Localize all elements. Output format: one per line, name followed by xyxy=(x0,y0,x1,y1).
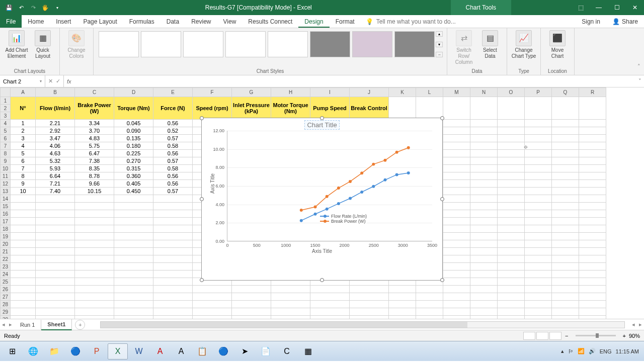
cell[interactable]: 5 xyxy=(11,150,36,157)
cell[interactable] xyxy=(579,157,606,165)
cell[interactable] xyxy=(525,195,552,203)
cell[interactable] xyxy=(470,270,498,278)
cell[interactable] xyxy=(579,188,606,195)
cell[interactable]: 0.56 xyxy=(153,172,193,180)
sheet-nav-prev-icon[interactable]: ◂ xyxy=(0,321,7,328)
undo-icon[interactable]: ↶ xyxy=(17,4,25,12)
cell[interactable] xyxy=(75,308,114,316)
row-header[interactable]: 20 xyxy=(1,240,11,248)
x-axis-title[interactable]: Axis Title xyxy=(202,248,442,254)
cell[interactable] xyxy=(11,270,36,278)
cell[interactable] xyxy=(232,286,271,293)
cell[interactable] xyxy=(498,150,525,157)
excel-icon[interactable]: X xyxy=(108,343,128,359)
fx-icon[interactable]: fx xyxy=(64,78,74,84)
cell[interactable] xyxy=(153,293,193,301)
cell[interactable] xyxy=(271,286,310,293)
cell[interactable] xyxy=(579,172,606,180)
move-chart-button[interactable]: ⬛Move Chart xyxy=(545,30,570,59)
cell[interactable]: 0.58 xyxy=(153,165,193,172)
table-header-cell[interactable]: Break Control xyxy=(350,97,389,120)
cell[interactable] xyxy=(443,210,470,218)
cell[interactable] xyxy=(498,180,525,188)
cell[interactable] xyxy=(443,135,470,142)
cell[interactable]: 0.045 xyxy=(114,120,153,127)
cell[interactable] xyxy=(11,316,36,319)
cell[interactable] xyxy=(271,308,310,316)
cell[interactable] xyxy=(11,263,36,270)
cell[interactable] xyxy=(75,195,114,203)
chart-style-7[interactable] xyxy=(352,31,392,57)
chart-handle[interactable] xyxy=(200,116,204,120)
horizontal-scrollbar[interactable] xyxy=(100,321,625,328)
cell[interactable] xyxy=(470,233,498,240)
cell[interactable] xyxy=(310,301,350,308)
row-header[interactable]: 3 xyxy=(1,112,11,120)
cell[interactable] xyxy=(498,270,525,278)
cell[interactable] xyxy=(525,188,552,195)
cell[interactable] xyxy=(525,218,552,225)
row-header[interactable]: 1 xyxy=(1,97,11,105)
cell[interactable] xyxy=(552,203,579,210)
cell[interactable]: 0.58 xyxy=(153,142,193,150)
column-header[interactable]: P xyxy=(525,88,552,97)
styles-more-icon[interactable]: ⎓ xyxy=(436,52,443,57)
cell[interactable] xyxy=(579,255,606,263)
cell[interactable] xyxy=(443,142,470,150)
cell[interactable] xyxy=(11,240,36,248)
cell[interactable] xyxy=(470,240,498,248)
cell[interactable]: 7 xyxy=(11,165,36,172)
cell[interactable]: 4 xyxy=(11,142,36,150)
chart-handle[interactable] xyxy=(440,278,444,282)
column-header[interactable]: A xyxy=(11,88,36,97)
row-header[interactable]: 18 xyxy=(1,225,11,233)
powerpoint-icon[interactable]: P xyxy=(87,343,107,359)
cell[interactable] xyxy=(36,270,75,278)
cell[interactable] xyxy=(552,188,579,195)
cell[interactable] xyxy=(416,308,443,316)
cell[interactable] xyxy=(75,270,114,278)
view-page-layout-button[interactable] xyxy=(536,332,548,340)
cell[interactable] xyxy=(470,286,498,293)
cell[interactable] xyxy=(36,263,75,270)
cell[interactable] xyxy=(11,278,36,286)
cell[interactable] xyxy=(193,293,232,301)
cell[interactable] xyxy=(498,263,525,270)
column-header[interactable]: L xyxy=(416,88,443,97)
cell[interactable] xyxy=(470,97,498,120)
cell[interactable] xyxy=(443,150,470,157)
cell[interactable] xyxy=(36,225,75,233)
cell[interactable] xyxy=(498,135,525,142)
row-header[interactable]: 11 xyxy=(1,172,11,180)
enter-formula-icon[interactable]: ✓ xyxy=(56,78,60,84)
cell[interactable] xyxy=(552,210,579,218)
cell[interactable] xyxy=(552,165,579,172)
cell[interactable] xyxy=(498,308,525,316)
cell[interactable] xyxy=(389,97,416,120)
cell[interactable] xyxy=(36,293,75,301)
plot-area[interactable]: 0.002.004.006.008.0010.0012.000500100015… xyxy=(227,131,432,241)
cell[interactable] xyxy=(153,210,193,218)
cell[interactable] xyxy=(443,308,470,316)
cell[interactable]: 2.92 xyxy=(36,127,75,135)
switch-row-column-button[interactable]: ⇄Switch Row/ Column xyxy=(451,30,476,65)
cell[interactable] xyxy=(498,203,525,210)
cell[interactable] xyxy=(525,172,552,180)
tab-view[interactable]: View xyxy=(217,15,243,28)
row-header[interactable]: 8 xyxy=(1,150,11,157)
cell[interactable] xyxy=(579,127,606,135)
column-header[interactable]: Q xyxy=(552,88,579,97)
cell[interactable] xyxy=(579,142,606,150)
expand-formula-icon[interactable]: ˅ xyxy=(636,78,644,84)
formula-input[interactable] xyxy=(74,75,636,87)
cell[interactable] xyxy=(579,97,606,120)
cell[interactable] xyxy=(470,142,498,150)
tray-time[interactable]: 11:15 AM xyxy=(616,348,639,354)
cell[interactable] xyxy=(153,240,193,248)
cell[interactable] xyxy=(11,255,36,263)
cell[interactable] xyxy=(114,286,153,293)
cell[interactable] xyxy=(579,195,606,203)
cell[interactable] xyxy=(552,142,579,150)
close-icon[interactable]: ✕ xyxy=(626,0,644,15)
cell[interactable] xyxy=(443,255,470,263)
